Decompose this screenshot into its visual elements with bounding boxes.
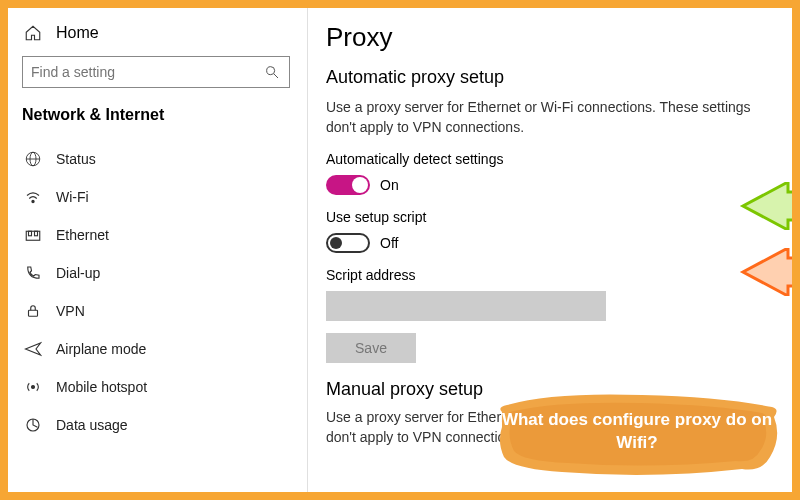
sidebar-item-status[interactable]: Status bbox=[22, 140, 307, 178]
sidebar-item-label: Dial-up bbox=[56, 265, 100, 281]
setup-script-state: Off bbox=[380, 235, 398, 251]
page-title: Proxy bbox=[326, 22, 774, 53]
airplane-icon bbox=[24, 340, 42, 358]
sidebar-item-label: Status bbox=[56, 151, 96, 167]
script-address-label: Script address bbox=[326, 267, 774, 283]
settings-sidebar: Home Network & Internet Status Wi-Fi Eth… bbox=[8, 8, 308, 492]
sidebar-item-hotspot[interactable]: Mobile hotspot bbox=[22, 368, 307, 406]
ethernet-icon bbox=[24, 226, 42, 244]
phone-icon bbox=[24, 264, 42, 282]
svg-point-10 bbox=[32, 386, 35, 389]
globe-icon bbox=[24, 150, 42, 168]
hotspot-icon bbox=[24, 378, 42, 396]
main-panel: Proxy Automatic proxy setup Use a proxy … bbox=[308, 8, 792, 492]
auto-detect-label: Automatically detect settings bbox=[326, 151, 774, 167]
svg-line-1 bbox=[274, 74, 278, 78]
setup-script-toggle[interactable] bbox=[326, 233, 370, 253]
wifi-icon bbox=[24, 188, 42, 206]
search-input[interactable] bbox=[31, 64, 251, 80]
sidebar-item-label: Ethernet bbox=[56, 227, 109, 243]
sidebar-item-label: Data usage bbox=[56, 417, 128, 433]
svg-rect-8 bbox=[35, 231, 38, 236]
search-icon bbox=[263, 63, 281, 81]
caption-text: What does configure proxy do on Wifi? bbox=[492, 409, 782, 455]
home-icon bbox=[24, 24, 42, 42]
sidebar-item-label: Wi-Fi bbox=[56, 189, 89, 205]
script-address-input[interactable] bbox=[326, 291, 606, 321]
auto-detect-toggle[interactable] bbox=[326, 175, 370, 195]
setup-script-label: Use setup script bbox=[326, 209, 774, 225]
auto-section-title: Automatic proxy setup bbox=[326, 67, 774, 88]
home-label: Home bbox=[56, 24, 99, 42]
sidebar-item-label: VPN bbox=[56, 303, 85, 319]
sidebar-item-vpn[interactable]: VPN bbox=[22, 292, 307, 330]
window-frame: Home Network & Internet Status Wi-Fi Eth… bbox=[0, 0, 800, 500]
home-nav[interactable]: Home bbox=[22, 18, 307, 56]
auto-detect-state: On bbox=[380, 177, 399, 193]
sidebar-item-airplane[interactable]: Airplane mode bbox=[22, 330, 307, 368]
sidebar-item-datausage[interactable]: Data usage bbox=[22, 406, 307, 444]
caption-overlay: What does configure proxy do on Wifi? bbox=[492, 387, 782, 482]
category-title: Network & Internet bbox=[22, 106, 307, 124]
sidebar-item-ethernet[interactable]: Ethernet bbox=[22, 216, 307, 254]
svg-point-0 bbox=[267, 67, 275, 75]
sidebar-item-label: Airplane mode bbox=[56, 341, 146, 357]
data-icon bbox=[24, 416, 42, 434]
vpn-icon bbox=[24, 302, 42, 320]
save-button[interactable]: Save bbox=[326, 333, 416, 363]
search-settings[interactable] bbox=[22, 56, 290, 88]
svg-point-5 bbox=[32, 200, 34, 202]
svg-rect-9 bbox=[29, 310, 38, 316]
sidebar-item-wifi[interactable]: Wi-Fi bbox=[22, 178, 307, 216]
sidebar-item-label: Mobile hotspot bbox=[56, 379, 147, 395]
svg-rect-7 bbox=[29, 231, 32, 236]
auto-section-desc: Use a proxy server for Ethernet or Wi-Fi… bbox=[326, 98, 756, 137]
sidebar-item-dialup[interactable]: Dial-up bbox=[22, 254, 307, 292]
